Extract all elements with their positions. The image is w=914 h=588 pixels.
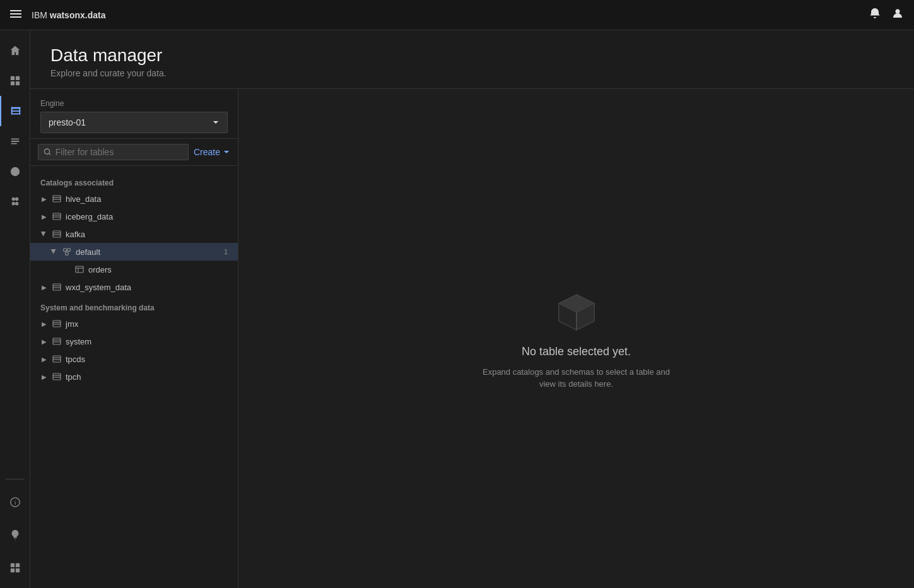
- svg-rect-10: [11, 114, 20, 115]
- filter-input-wrap: [38, 144, 189, 160]
- svg-line-29: [67, 252, 69, 252]
- engine-label: Engine: [40, 99, 228, 108]
- chevron-iceberg-icon: ▶: [40, 213, 48, 220]
- svg-point-3: [896, 9, 900, 14]
- svg-rect-36: [53, 320, 61, 327]
- svg-rect-8: [11, 107, 20, 109]
- kafka-label: kafka: [66, 230, 228, 239]
- main-layout: i Data manager Explore and curate your d…: [0, 30, 914, 588]
- chevron-default-icon: ▶: [50, 248, 58, 256]
- body-split: Engine presto-01: [30, 89, 914, 588]
- create-label: Create: [194, 147, 220, 157]
- brand-label: IBM watsonx.data: [32, 10, 105, 20]
- tree-item-tpch[interactable]: ▶ tpch: [30, 368, 238, 385]
- catalog-icon-hive: [52, 194, 62, 204]
- tree-item-jmx[interactable]: ▶ jmx: [30, 315, 238, 332]
- sidebar-item-extensions[interactable]: [0, 553, 30, 583]
- topbar: IBM watsonx.data: [0, 0, 914, 30]
- tree-body[interactable]: Catalogs associated ▶ hive_data: [30, 166, 238, 588]
- engine-value: presto-01: [49, 117, 86, 127]
- catalog-icon-jmx: [52, 319, 62, 329]
- chevron-jmx-icon: ▶: [40, 320, 48, 327]
- chevron-tpcds-icon: ▶: [40, 355, 48, 363]
- sidebar-nav: i: [0, 30, 30, 588]
- tree-item-default[interactable]: ▶ default 1: [30, 243, 238, 261]
- empty-state: No table selected yet. Expand catalogs a…: [476, 287, 677, 391]
- chevron-tpch-icon: ▶: [40, 373, 48, 380]
- tree-item-wxd-system-data[interactable]: ▶ wxd_system_data: [30, 278, 238, 296]
- orders-label: orders: [88, 265, 228, 274]
- hive-data-label: hive_data: [66, 194, 228, 204]
- catalogs-section-label: Catalogs associated: [30, 171, 238, 190]
- create-chevron-icon: [223, 148, 230, 156]
- empty-state-icon: [551, 287, 602, 338]
- sidebar-item-tables[interactable]: [0, 66, 30, 96]
- sidebar-item-info[interactable]: i: [0, 487, 30, 517]
- tpch-label: tpch: [66, 372, 228, 382]
- svg-rect-0: [10, 10, 21, 11]
- topbar-right: [869, 7, 904, 23]
- tree-item-system[interactable]: ▶ system: [30, 332, 238, 350]
- svg-rect-19: [53, 213, 61, 220]
- engine-chevron-icon: [212, 119, 220, 126]
- svg-rect-1: [10, 13, 21, 15]
- svg-line-28: [65, 252, 67, 252]
- svg-point-15: [44, 149, 49, 154]
- tpcds-label: tpcds: [66, 355, 228, 364]
- svg-rect-22: [53, 231, 61, 237]
- filter-input[interactable]: [56, 147, 183, 157]
- catalog-icon-system: [52, 336, 62, 346]
- svg-rect-4: [10, 76, 14, 80]
- svg-rect-42: [53, 356, 61, 362]
- sidebar-item-home[interactable]: [0, 35, 30, 66]
- sidebar-item-sql[interactable]: [0, 126, 30, 156]
- empty-state-description: Expand catalogs and schemas to select a …: [476, 366, 677, 391]
- tree-item-iceberg-data[interactable]: ▶ iceberg_data: [30, 208, 238, 225]
- sidebar-item-tips[interactable]: [0, 520, 30, 550]
- tree-item-tpcds[interactable]: ▶ tpcds: [30, 350, 238, 368]
- svg-point-27: [66, 252, 69, 256]
- svg-rect-5: [15, 76, 19, 80]
- right-panel: No table selected yet. Expand catalogs a…: [238, 89, 914, 588]
- tree-item-orders[interactable]: ▶ orders: [30, 261, 238, 278]
- empty-state-title: No table selected yet.: [522, 345, 631, 358]
- sidebar-item-data-manager[interactable]: [0, 96, 30, 126]
- chevron-system-icon: ▶: [40, 338, 48, 345]
- svg-rect-9: [11, 110, 20, 112]
- notification-icon[interactable]: [869, 7, 881, 23]
- svg-rect-2: [10, 16, 21, 18]
- wxd-label: wxd_system_data: [66, 283, 228, 292]
- menu-icon[interactable]: [10, 8, 21, 21]
- svg-rect-39: [53, 338, 61, 344]
- page-header: Data manager Explore and curate your dat…: [30, 30, 914, 89]
- tree-panel: Engine presto-01: [30, 89, 238, 588]
- svg-rect-12: [19, 107, 20, 115]
- catalog-icon-tpcds: [52, 354, 62, 364]
- page-title: Data manager: [50, 45, 894, 66]
- chevron-kafka-icon: ▶: [40, 230, 48, 238]
- svg-point-25: [64, 249, 67, 252]
- svg-rect-11: [11, 107, 12, 115]
- table-icon-orders: [74, 264, 85, 274]
- engine-select[interactable]: presto-01: [40, 112, 228, 133]
- sidebar-item-integrations[interactable]: [0, 187, 30, 217]
- jmx-label: jmx: [66, 319, 228, 329]
- schema-icon-default: [62, 247, 72, 257]
- create-button[interactable]: Create: [194, 147, 230, 157]
- svg-rect-6: [10, 81, 14, 85]
- user-icon[interactable]: [891, 7, 904, 23]
- page-subtitle: Explore and curate your data.: [50, 68, 894, 78]
- engine-section: Engine presto-01: [30, 89, 238, 139]
- search-icon: [44, 148, 52, 156]
- catalog-icon-kafka: [52, 229, 62, 239]
- system-label: system: [66, 337, 228, 346]
- tree-item-kafka[interactable]: ▶ kafka: [30, 225, 238, 243]
- catalog-icon-wxd: [52, 282, 62, 292]
- sidebar-item-history[interactable]: [0, 156, 30, 187]
- iceberg-data-label: iceberg_data: [66, 212, 228, 221]
- tree-item-hive-data[interactable]: ▶ hive_data: [30, 190, 238, 208]
- filter-row: Create: [30, 139, 238, 166]
- catalog-icon-tpch: [52, 372, 62, 382]
- svg-rect-45: [53, 373, 61, 380]
- nav-bottom: i: [0, 479, 30, 588]
